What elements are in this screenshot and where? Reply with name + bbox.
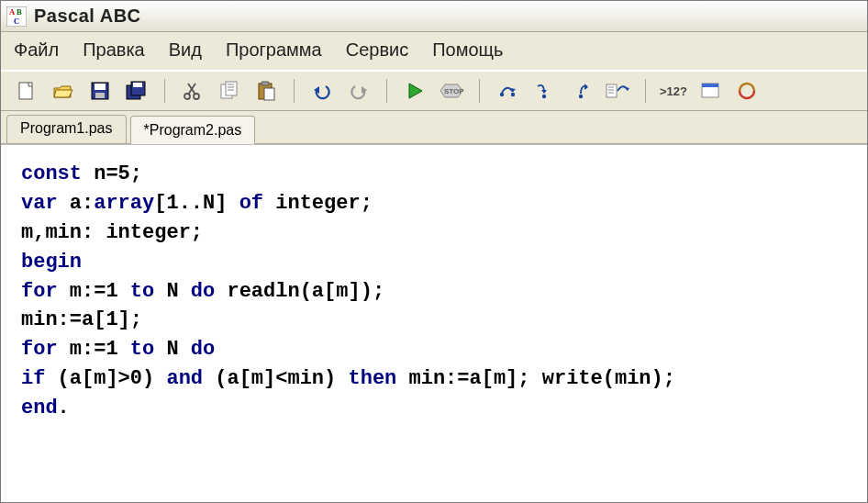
svg-point-31 <box>542 95 546 98</box>
code-line: end. <box>21 394 847 423</box>
menu-edit[interactable]: Правка <box>79 38 149 62</box>
toolbar-separator <box>645 79 646 103</box>
ascii-icon[interactable]: >12? <box>659 77 688 105</box>
step-out-icon[interactable] <box>566 77 595 105</box>
console-icon[interactable] <box>732 77 762 105</box>
stop-icon[interactable]: STOP <box>437 77 466 105</box>
svg-text:A: A <box>9 7 16 17</box>
app-title: Pascal ABC <box>34 6 141 27</box>
svg-rect-22 <box>264 88 274 100</box>
save-icon[interactable] <box>85 77 115 105</box>
code-line: const n=5; <box>21 160 847 189</box>
svg-marker-25 <box>409 84 422 98</box>
svg-point-33 <box>579 95 583 98</box>
toolbar-separator <box>479 79 480 103</box>
svg-point-14 <box>194 94 199 99</box>
code-line: if (a[m]>0) and (a[m]<min) then min:=a[m… <box>21 364 847 394</box>
menu-file[interactable]: Файл <box>10 38 62 62</box>
code-line: min:=a[1]; <box>21 306 847 335</box>
svg-rect-6 <box>95 84 106 90</box>
svg-rect-7 <box>95 93 105 98</box>
svg-point-28 <box>500 93 504 96</box>
trace-icon[interactable] <box>603 77 632 105</box>
menu-program[interactable]: Программа <box>222 38 326 62</box>
tab-program1[interactable]: Program1.pas <box>6 115 127 143</box>
code-line: begin <box>21 248 847 277</box>
titlebar: A B C Pascal ABC <box>1 1 867 32</box>
tab-program2[interactable]: *Program2.pas <box>130 116 256 144</box>
form-icon[interactable] <box>696 77 725 105</box>
tabstrip: Program1.pas *Program2.pas <box>1 111 867 144</box>
step-over-icon[interactable] <box>493 77 522 105</box>
copy-icon[interactable] <box>215 77 244 105</box>
svg-marker-39 <box>625 87 629 91</box>
code-line: var a:array[1..N] of integer; <box>21 189 847 218</box>
save-all-icon[interactable] <box>122 77 151 105</box>
open-file-icon[interactable] <box>49 77 78 105</box>
svg-point-29 <box>511 93 515 96</box>
svg-rect-16 <box>226 82 237 95</box>
code-editor[interactable]: const n=5;var a:array[1..N] of integer;m… <box>1 144 867 503</box>
svg-marker-32 <box>541 90 547 94</box>
new-file-icon[interactable] <box>12 77 41 105</box>
svg-text:C: C <box>14 17 19 26</box>
redo-icon[interactable] <box>344 77 373 105</box>
svg-point-13 <box>184 94 190 99</box>
toolbar: STOP >12? <box>1 71 867 111</box>
svg-text:STOP: STOP <box>444 87 464 95</box>
code-line: for m:=1 to N do <box>21 335 847 364</box>
app-icon: A B C <box>6 6 27 27</box>
toolbar-separator <box>386 79 387 103</box>
toolbar-separator <box>294 79 295 103</box>
menubar: Файл Правка Вид Программа Сервис Помощь <box>1 32 867 71</box>
svg-rect-41 <box>702 84 718 87</box>
run-icon[interactable] <box>400 77 429 105</box>
menu-help[interactable]: Помощь <box>428 38 506 62</box>
menu-service[interactable]: Сервис <box>342 38 413 62</box>
svg-marker-34 <box>584 84 588 90</box>
menu-view[interactable]: Вид <box>165 38 206 62</box>
svg-rect-10 <box>133 83 142 87</box>
svg-rect-21 <box>262 82 269 85</box>
code-line: for m:=1 to N do readln(a[m]); <box>21 277 847 307</box>
cut-icon[interactable] <box>178 77 207 105</box>
paste-icon[interactable] <box>251 77 281 105</box>
svg-rect-4 <box>19 83 32 99</box>
svg-rect-35 <box>606 84 617 97</box>
svg-text:B: B <box>17 7 22 17</box>
toolbar-separator <box>164 79 165 103</box>
undo-icon[interactable] <box>307 77 337 105</box>
step-into-icon[interactable] <box>529 77 559 105</box>
code-line: m,min: integer; <box>21 218 847 248</box>
